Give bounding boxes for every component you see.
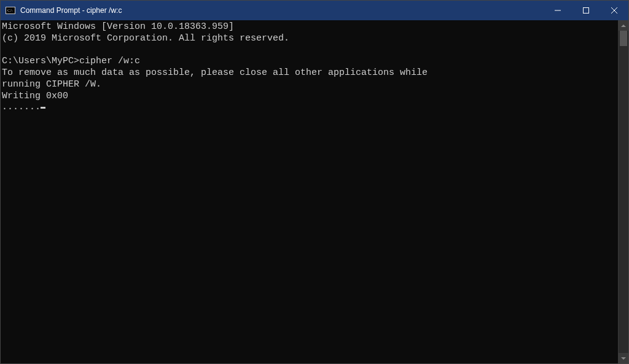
terminal-output[interactable]: Microsoft Windows [Version 10.0.18363.95… — [1, 20, 618, 363]
message-line-1: To remove as much data as possible, plea… — [2, 68, 428, 78]
svg-rect-3 — [584, 8, 589, 14]
minimize-icon — [555, 7, 561, 14]
version-line: Microsoft Windows [Version 10.0.18363.95… — [2, 21, 234, 32]
window-title: Command Prompt - cipher /w:c — [20, 6, 544, 15]
chevron-up-icon — [621, 23, 626, 28]
window-controls — [544, 1, 628, 20]
prompt-line: C:\Users\MyPC>cipher /w:c — [2, 56, 140, 66]
scroll-track[interactable] — [619, 31, 628, 353]
prompt-text: C:\Users\MyPC> — [2, 56, 79, 66]
cmd-icon: C:\ — [6, 6, 15, 15]
maximize-icon — [583, 7, 589, 14]
chevron-down-icon — [621, 356, 626, 361]
command-text: cipher /w:c — [79, 56, 140, 66]
message-line-2: running CIPHER /W. — [2, 79, 101, 90]
svg-text:C:\: C:\ — [7, 8, 13, 13]
cursor — [41, 107, 45, 109]
titlebar[interactable]: C:\ Command Prompt - cipher /w:c — [1, 1, 628, 20]
close-button[interactable] — [600, 1, 628, 20]
scroll-down-button[interactable] — [619, 353, 628, 363]
command-prompt-window: C:\ Command Prompt - cipher /w:c — [0, 0, 629, 364]
close-icon — [611, 7, 617, 14]
copyright-line: (c) 2019 Microsoft Corporation. All righ… — [2, 33, 289, 44]
maximize-button[interactable] — [572, 1, 600, 20]
progress-dots: ....... — [2, 102, 41, 112]
status-line: Writing 0x00 — [2, 91, 68, 101]
progress-line: ....... — [2, 102, 45, 112]
minimize-button[interactable] — [544, 1, 572, 20]
scroll-up-button[interactable] — [619, 20, 628, 31]
vertical-scrollbar[interactable] — [618, 20, 628, 363]
content-area: Microsoft Windows [Version 10.0.18363.95… — [1, 20, 628, 363]
scroll-thumb[interactable] — [620, 31, 627, 46]
